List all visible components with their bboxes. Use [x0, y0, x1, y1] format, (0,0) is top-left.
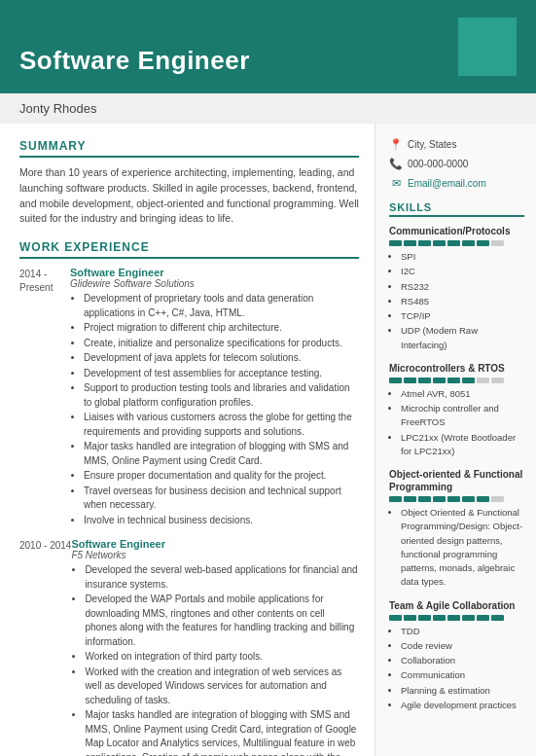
skill-bar-segment — [404, 496, 416, 502]
job-bullet: Travel overseas for business decision an… — [84, 485, 359, 513]
jobs-list: 2014 - PresentSoftware EngineerGlidewire… — [19, 267, 359, 756]
job-bullets-list: Developed the several web-based applicat… — [71, 563, 359, 756]
job-bullet: Development of test assemblies for accep… — [84, 367, 359, 381]
summary-section-title: SUMMARY — [19, 139, 359, 158]
location-icon: 📍 — [389, 137, 403, 151]
skill-bar-segment — [433, 378, 446, 383]
contact-location: 📍 City, States — [389, 137, 524, 151]
skills-list: Communication/ProtocolsSPII2CRS232RS485T… — [389, 225, 524, 712]
skill-items-list: Object Oriented & Functional Programming… — [389, 506, 524, 590]
job-company-name: Glidewire Software Solutions — [70, 278, 359, 289]
contact-email: ✉ Email@email.com — [389, 176, 524, 190]
job-bullet: Worked with the creation and integration… — [85, 666, 359, 708]
job-dates: 2014 - Present — [19, 267, 70, 528]
skill-bar-segment — [462, 615, 475, 621]
skill-bar-segment — [447, 496, 460, 502]
skill-bar-segment — [433, 496, 446, 502]
location-text: City, States — [408, 139, 456, 150]
skill-item: UDP (Modem Raw Interfacing) — [401, 324, 524, 352]
skill-category: Team & Agile CollaborationTDDCode review… — [389, 599, 524, 713]
job-item: 2014 - PresentSoftware EngineerGlidewire… — [19, 267, 359, 528]
job-title-heading: Software Engineer — [19, 46, 250, 76]
skill-bars — [389, 496, 524, 502]
page: Software Engineer Jonty Rhodes SUMMARY M… — [0, 0, 536, 756]
phone-icon: 📞 — [389, 157, 403, 170]
skill-bar-segment — [447, 240, 460, 246]
job-content: Software EngineerGlidewire Software Solu… — [70, 267, 359, 528]
skill-bar-segment — [404, 240, 416, 246]
skill-item: Agile development practices — [401, 699, 524, 712]
skills-section-title: SKILLS — [389, 201, 524, 217]
skill-bar-segment — [491, 496, 504, 502]
skill-bar-segment — [389, 615, 402, 621]
skill-item: Communication — [401, 668, 524, 682]
skill-bars — [389, 240, 524, 246]
job-bullet: Major tasks handled are integration of b… — [85, 708, 359, 756]
skill-item: Planning & estimation — [401, 684, 524, 698]
skill-bar-segment — [433, 240, 446, 246]
skill-item: SPI — [401, 250, 524, 264]
job-content: Software EngineerF5 NetworksDeveloped th… — [71, 538, 359, 756]
job-bullet: Worked on integration of third party too… — [85, 650, 359, 665]
skill-bar-segment — [477, 240, 489, 246]
job-position-title: Software Engineer — [70, 267, 359, 278]
skill-item: Object Oriented & Functional Programming… — [401, 506, 524, 590]
skill-item: TCP/IP — [401, 309, 524, 323]
job-bullet: Major tasks handled are integration of b… — [84, 440, 359, 468]
job-bullet: Developed the WAP Portals and mobile app… — [85, 593, 359, 649]
skill-category: Microcontrollers & RTOSAtmel AVR, 8051Mi… — [389, 362, 524, 458]
email-icon: ✉ — [389, 176, 403, 190]
skill-bar-segment — [477, 615, 489, 621]
skill-bar-segment — [389, 240, 402, 246]
left-column: SUMMARY More than 10 years of experience… — [0, 124, 375, 756]
skill-category-title: Microcontrollers & RTOS — [389, 362, 524, 375]
phone-text: 000-000-0000 — [408, 159, 468, 169]
skill-bars — [389, 615, 524, 621]
job-bullet: Development of proprietary tools and dat… — [84, 292, 359, 320]
job-company-name: F5 Networks — [71, 550, 359, 560]
skill-bars — [389, 378, 524, 383]
skill-bar-segment — [389, 378, 402, 383]
skill-bar-segment — [462, 240, 475, 246]
skill-category-title: Team & Agile Collaboration — [389, 599, 524, 612]
skill-bar-segment — [433, 615, 446, 621]
main-content: SUMMARY More than 10 years of experience… — [0, 124, 536, 756]
summary-text: More than 10 years of experience archite… — [19, 165, 359, 227]
skill-item: Collaboration — [401, 654, 524, 667]
skill-bar-segment — [477, 378, 489, 383]
right-column: 📍 City, States 📞 000-000-0000 ✉ Email@em… — [375, 124, 536, 756]
job-bullets-list: Development of proprietary tools and dat… — [70, 292, 359, 527]
skill-bar-segment — [418, 378, 431, 383]
skill-bar-segment — [404, 615, 416, 621]
header-accent-block — [458, 18, 517, 76]
skill-bar-segment — [447, 615, 460, 621]
job-bullet: Liaises with various customers across th… — [84, 411, 359, 439]
job-bullet: Support to production testing tools and … — [84, 381, 359, 410]
skill-items-list: Atmel AVR, 8051Microchip controller and … — [389, 387, 524, 458]
job-bullet: Involve in technical business decisions. — [84, 514, 359, 528]
skill-item: LPC21xx (Wrote Bootloader for LPC21xx) — [401, 431, 524, 459]
skill-bar-segment — [462, 496, 475, 502]
candidate-name: Jonty Rhodes — [0, 93, 536, 124]
header: Software Engineer — [0, 0, 536, 93]
job-item: 2010 - 2014Software EngineerF5 NetworksD… — [19, 538, 359, 756]
skill-item: I2C — [401, 265, 524, 278]
skill-bar-segment — [418, 615, 431, 621]
skill-bar-segment — [491, 378, 504, 383]
skill-bar-segment — [462, 378, 475, 383]
job-bullet: Ensure proper documentation and quality … — [84, 469, 359, 484]
skill-bar-segment — [477, 496, 489, 502]
skill-items-list: TDDCode reviewCollaborationCommunication… — [389, 625, 524, 713]
job-bullet: Development of java applets for telecom … — [84, 351, 359, 366]
skill-item: Atmel AVR, 8051 — [401, 387, 524, 401]
skill-bar-segment — [404, 378, 416, 383]
skill-item: RS232 — [401, 280, 524, 294]
email-text: Email@email.com — [408, 178, 486, 189]
skill-bar-segment — [418, 496, 431, 502]
skill-item: TDD — [401, 625, 524, 638]
job-bullet: Create, initialize and personalize speci… — [84, 337, 359, 351]
job-bullet: Developed the several web-based applicat… — [85, 563, 359, 592]
job-position-title: Software Engineer — [71, 538, 359, 550]
contact-phone: 📞 000-000-0000 — [389, 157, 524, 170]
skill-category: Communication/ProtocolsSPII2CRS232RS485T… — [389, 225, 524, 352]
